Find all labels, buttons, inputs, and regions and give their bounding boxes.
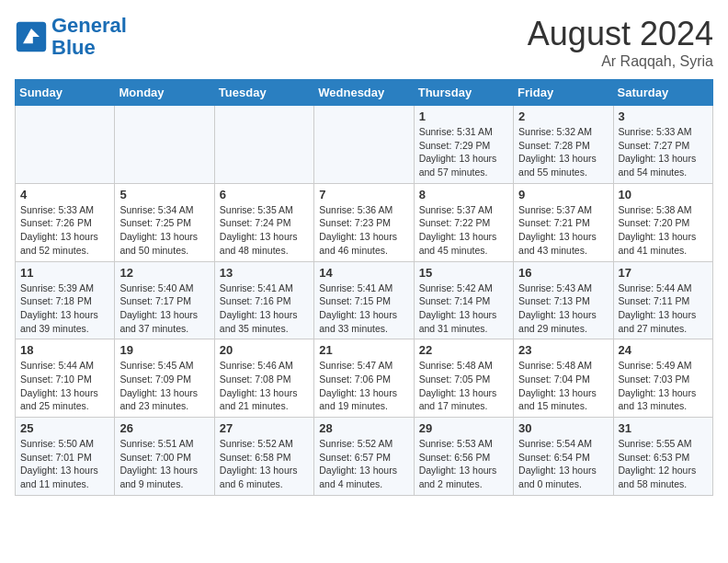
location: Ar Raqqah, Syria: [528, 53, 713, 70]
day-cell: 16Sunrise: 5:43 AM Sunset: 7:13 PM Dayli…: [514, 261, 613, 339]
day-number: 29: [419, 421, 508, 435]
day-info: Sunrise: 5:44 AM Sunset: 7:11 PM Dayligh…: [619, 282, 708, 336]
week-row-4: 18Sunrise: 5:44 AM Sunset: 7:10 PM Dayli…: [16, 339, 713, 418]
day-info: Sunrise: 5:51 AM Sunset: 7:00 PM Dayligh…: [119, 437, 209, 491]
day-cell: 5Sunrise: 5:34 AM Sunset: 7:25 PM Daylig…: [115, 183, 214, 261]
day-cell: 31Sunrise: 5:55 AM Sunset: 6:53 PM Dayli…: [613, 418, 712, 496]
day-cell: 2Sunrise: 5:32 AM Sunset: 7:28 PM Daylig…: [514, 106, 613, 184]
day-cell: 1Sunrise: 5:31 AM Sunset: 7:29 PM Daylig…: [414, 106, 513, 184]
day-number: 21: [319, 343, 408, 357]
day-info: Sunrise: 5:35 AM Sunset: 7:24 PM Dayligh…: [220, 203, 309, 258]
day-number: 16: [518, 266, 608, 280]
day-cell: 30Sunrise: 5:54 AM Sunset: 6:54 PM Dayli…: [514, 418, 613, 496]
day-number: 24: [619, 343, 708, 357]
day-number: 1: [419, 109, 508, 123]
week-row-1: 1Sunrise: 5:31 AM Sunset: 7:29 PM Daylig…: [16, 106, 713, 184]
day-info: Sunrise: 5:44 AM Sunset: 7:10 PM Dayligh…: [20, 359, 109, 413]
title-block: August 2024 Ar Raqqah, Syria: [528, 15, 713, 70]
day-info: Sunrise: 5:34 AM Sunset: 7:25 PM Dayligh…: [119, 203, 209, 258]
week-row-2: 4Sunrise: 5:33 AM Sunset: 7:26 PM Daylig…: [16, 183, 713, 261]
weekday-header-wednesday: Wednesday: [314, 80, 414, 106]
day-cell: 26Sunrise: 5:51 AM Sunset: 7:00 PM Dayli…: [115, 418, 214, 496]
day-number: 15: [419, 266, 508, 280]
day-cell: 13Sunrise: 5:41 AM Sunset: 7:16 PM Dayli…: [214, 261, 313, 339]
weekday-header-row: SundayMondayTuesdayWednesdayThursdayFrid…: [16, 80, 713, 106]
day-number: 27: [220, 421, 309, 435]
day-number: 26: [119, 421, 209, 435]
day-info: Sunrise: 5:43 AM Sunset: 7:13 PM Dayligh…: [518, 282, 608, 336]
day-info: Sunrise: 5:52 AM Sunset: 6:58 PM Dayligh…: [220, 437, 309, 491]
day-number: 2: [518, 109, 608, 123]
day-cell: 6Sunrise: 5:35 AM Sunset: 7:24 PM Daylig…: [214, 183, 313, 261]
day-cell: 22Sunrise: 5:48 AM Sunset: 7:05 PM Dayli…: [414, 339, 513, 418]
day-cell: 19Sunrise: 5:45 AM Sunset: 7:09 PM Dayli…: [115, 339, 214, 418]
day-info: Sunrise: 5:33 AM Sunset: 7:26 PM Dayligh…: [20, 203, 109, 258]
day-info: Sunrise: 5:41 AM Sunset: 7:15 PM Dayligh…: [319, 282, 408, 336]
day-number: 9: [518, 188, 608, 201]
day-info: Sunrise: 5:52 AM Sunset: 6:57 PM Dayligh…: [319, 437, 408, 491]
weekday-header-monday: Monday: [115, 80, 214, 106]
logo: General Blue: [15, 15, 127, 59]
day-info: Sunrise: 5:36 AM Sunset: 7:23 PM Dayligh…: [319, 203, 408, 258]
page-header: General Blue August 2024 Ar Raqqah, Syri…: [15, 15, 713, 70]
day-cell: 8Sunrise: 5:37 AM Sunset: 7:22 PM Daylig…: [414, 183, 513, 261]
day-number: 5: [119, 188, 209, 201]
calendar-table: SundayMondayTuesdayWednesdayThursdayFrid…: [15, 79, 713, 496]
day-info: Sunrise: 5:31 AM Sunset: 7:29 PM Dayligh…: [419, 125, 508, 179]
day-number: 12: [119, 266, 209, 280]
day-cell: 15Sunrise: 5:42 AM Sunset: 7:14 PM Dayli…: [414, 261, 513, 339]
day-number: 17: [619, 266, 708, 280]
day-info: Sunrise: 5:41 AM Sunset: 7:16 PM Dayligh…: [220, 282, 309, 336]
day-info: Sunrise: 5:53 AM Sunset: 6:56 PM Dayligh…: [419, 437, 508, 491]
day-cell: 7Sunrise: 5:36 AM Sunset: 7:23 PM Daylig…: [314, 183, 414, 261]
weekday-header-thursday: Thursday: [414, 80, 513, 106]
day-number: 7: [319, 188, 408, 201]
day-number: 25: [20, 421, 109, 435]
day-info: Sunrise: 5:54 AM Sunset: 6:54 PM Dayligh…: [518, 437, 608, 491]
day-info: Sunrise: 5:37 AM Sunset: 7:22 PM Dayligh…: [419, 203, 508, 258]
day-number: 6: [220, 188, 309, 201]
day-cell: 27Sunrise: 5:52 AM Sunset: 6:58 PM Dayli…: [214, 418, 313, 496]
day-info: Sunrise: 5:37 AM Sunset: 7:21 PM Dayligh…: [518, 203, 608, 258]
day-info: Sunrise: 5:42 AM Sunset: 7:14 PM Dayligh…: [419, 282, 508, 336]
day-cell: 25Sunrise: 5:50 AM Sunset: 7:01 PM Dayli…: [16, 418, 115, 496]
day-number: 3: [619, 109, 708, 123]
day-cell: 21Sunrise: 5:47 AM Sunset: 7:06 PM Dayli…: [314, 339, 414, 418]
day-number: 4: [20, 188, 109, 201]
day-number: 20: [220, 343, 309, 357]
day-number: 14: [319, 266, 408, 280]
day-cell: 12Sunrise: 5:40 AM Sunset: 7:17 PM Dayli…: [115, 261, 214, 339]
day-number: 18: [20, 343, 109, 357]
weekday-header-friday: Friday: [514, 80, 613, 106]
logo-icon: [15, 20, 48, 53]
day-cell: 11Sunrise: 5:39 AM Sunset: 7:18 PM Dayli…: [16, 261, 115, 339]
day-number: 30: [518, 421, 608, 435]
day-cell: [314, 106, 414, 184]
day-info: Sunrise: 5:38 AM Sunset: 7:20 PM Dayligh…: [619, 203, 708, 258]
day-cell: [16, 106, 115, 184]
day-cell: 4Sunrise: 5:33 AM Sunset: 7:26 PM Daylig…: [16, 183, 115, 261]
day-info: Sunrise: 5:48 AM Sunset: 7:05 PM Dayligh…: [419, 359, 508, 413]
day-info: Sunrise: 5:55 AM Sunset: 6:53 PM Dayligh…: [619, 437, 708, 491]
day-cell: 3Sunrise: 5:33 AM Sunset: 7:27 PM Daylig…: [613, 106, 712, 184]
week-row-5: 25Sunrise: 5:50 AM Sunset: 7:01 PM Dayli…: [16, 418, 713, 496]
logo-line1: General: [51, 14, 127, 37]
day-info: Sunrise: 5:48 AM Sunset: 7:04 PM Dayligh…: [518, 359, 608, 413]
day-info: Sunrise: 5:49 AM Sunset: 7:03 PM Dayligh…: [619, 359, 708, 413]
day-cell: 10Sunrise: 5:38 AM Sunset: 7:20 PM Dayli…: [613, 183, 712, 261]
day-number: 8: [419, 188, 508, 201]
day-info: Sunrise: 5:32 AM Sunset: 7:28 PM Dayligh…: [518, 125, 608, 179]
day-cell: 18Sunrise: 5:44 AM Sunset: 7:10 PM Dayli…: [16, 339, 115, 418]
weekday-header-saturday: Saturday: [613, 80, 712, 106]
day-info: Sunrise: 5:50 AM Sunset: 7:01 PM Dayligh…: [20, 437, 109, 491]
weekday-header-tuesday: Tuesday: [214, 80, 313, 106]
day-number: 23: [518, 343, 608, 357]
day-info: Sunrise: 5:40 AM Sunset: 7:17 PM Dayligh…: [119, 282, 209, 336]
month-year: August 2024: [528, 15, 713, 53]
day-number: 22: [419, 343, 508, 357]
day-number: 19: [119, 343, 209, 357]
day-info: Sunrise: 5:39 AM Sunset: 7:18 PM Dayligh…: [20, 282, 109, 336]
day-cell: 23Sunrise: 5:48 AM Sunset: 7:04 PM Dayli…: [514, 339, 613, 418]
day-number: 10: [619, 188, 708, 201]
day-cell: [115, 106, 214, 184]
